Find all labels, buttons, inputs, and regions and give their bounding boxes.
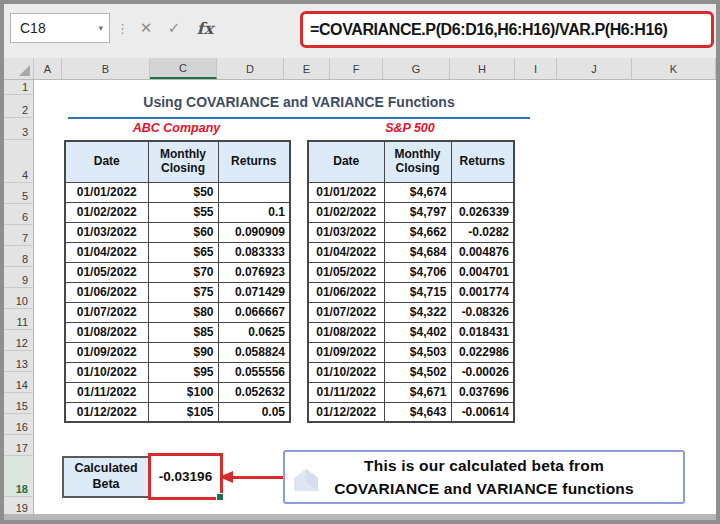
column-header-date[interactable]: Date [308,141,384,182]
cell[interactable]: 0.004701 [451,262,514,282]
formula-input[interactable]: =COVARIANCE.P(D6:D16,H6:H16)/VAR.P(H6:H1… [300,11,714,48]
cell[interactable]: $50 [148,182,218,202]
select-all-corner[interactable] [4,58,34,79]
column-header-monthly-closing[interactable]: Monthly Closing [148,141,218,182]
cell[interactable]: $4,706 [384,262,451,282]
cell[interactable] [218,182,290,202]
cell[interactable]: 01/06/2022 [308,282,384,302]
cell[interactable]: $4,643 [384,402,451,422]
cell[interactable]: $60 [148,222,218,242]
row-header[interactable]: 17 [4,435,33,456]
cell[interactable]: 0.066667 [218,302,290,322]
row-header[interactable]: 9 [4,267,33,288]
cell[interactable]: 0.001774 [451,282,514,302]
column-header[interactable]: J [557,58,632,79]
sheet-title[interactable]: Using COVARIANCE and VARIANCE Functions [68,94,530,119]
bottom-scrollbar[interactable] [4,514,716,520]
cell[interactable]: $4,402 [384,322,451,342]
cell[interactable]: 01/07/2022 [65,302,148,322]
cell[interactable]: 01/11/2022 [308,382,384,402]
cell[interactable]: $65 [148,242,218,262]
calculated-beta-cell[interactable]: -0.03196 [148,453,223,500]
cell[interactable]: $70 [148,262,218,282]
column-header[interactable]: K [632,58,716,79]
cell[interactable] [451,182,514,202]
column-header[interactable]: I [515,58,557,79]
column-header[interactable]: D [217,58,284,79]
cell[interactable]: 01/01/2022 [308,182,384,202]
cell[interactable]: 0.055556 [218,362,290,382]
cell[interactable]: 0.004876 [451,242,514,262]
row-header[interactable]: 4 [4,140,33,183]
cell[interactable]: 01/04/2022 [308,242,384,262]
cell[interactable]: $85 [148,322,218,342]
cell[interactable]: 01/07/2022 [308,302,384,322]
cell[interactable]: 0.0625 [218,322,290,342]
column-header-returns[interactable]: Returns [451,141,514,182]
cell[interactable]: 0.022986 [451,342,514,362]
cell[interactable]: $80 [148,302,218,322]
cell[interactable]: 01/09/2022 [65,342,148,362]
cell[interactable]: $95 [148,362,218,382]
column-header[interactable]: H [450,58,515,79]
cell[interactable]: 01/04/2022 [65,242,148,262]
cell[interactable]: 0.071429 [218,282,290,302]
callout-box[interactable]: This is our calculated beta from COVARIA… [283,450,685,504]
cell[interactable]: 01/03/2022 [65,222,148,242]
cell[interactable]: 01/01/2022 [65,182,148,202]
cell[interactable]: $105 [148,402,218,422]
column-header-returns[interactable]: Returns [218,141,290,182]
row-header[interactable]: 7 [4,225,33,246]
column-header[interactable]: G [383,58,450,79]
cell[interactable]: $75 [148,282,218,302]
cell[interactable]: 01/03/2022 [308,222,384,242]
cell[interactable]: 01/06/2022 [65,282,148,302]
cell[interactable]: 0.05 [218,402,290,422]
cell[interactable]: $4,503 [384,342,451,362]
row-header[interactable]: 14 [4,372,33,393]
cell[interactable]: 01/09/2022 [308,342,384,362]
column-header[interactable]: C [150,58,217,79]
column-header[interactable]: F [330,58,383,79]
row-header[interactable]: 11 [4,309,33,330]
cell[interactable]: $4,502 [384,362,451,382]
cell[interactable]: 0.026339 [451,202,514,222]
cell[interactable]: $90 [148,342,218,362]
cell[interactable]: -0.08326 [451,302,514,322]
cell[interactable]: 01/05/2022 [65,262,148,282]
cell[interactable]: 01/10/2022 [308,362,384,382]
name-box[interactable]: C18 ▾ [10,13,110,43]
cell[interactable]: $4,797 [384,202,451,222]
fill-handle[interactable] [216,493,224,501]
cell[interactable]: -0.0282 [451,222,514,242]
cell[interactable]: 0.037696 [451,382,514,402]
cell[interactable]: $4,715 [384,282,451,302]
cell[interactable]: 01/02/2022 [308,202,384,222]
column-header[interactable]: E [284,58,330,79]
fx-icon[interactable]: fx [192,13,218,43]
cell[interactable]: 0.058824 [218,342,290,362]
cell[interactable]: -0.00026 [451,362,514,382]
row-header[interactable]: 6 [4,204,33,225]
cell[interactable]: 0.090909 [218,222,290,242]
cell[interactable]: $4,674 [384,182,451,202]
cell[interactable]: $100 [148,382,218,402]
cell[interactable]: $4,671 [384,382,451,402]
cell[interactable]: 01/11/2022 [65,382,148,402]
row-header[interactable]: 1 [4,80,33,95]
column-header-date[interactable]: Date [65,141,148,182]
enter-icon[interactable]: ✓ [162,13,186,43]
cell[interactable]: $4,662 [384,222,451,242]
cell[interactable]: 01/08/2022 [65,322,148,342]
cell[interactable]: 01/10/2022 [65,362,148,382]
row-header[interactable]: 18 [4,456,33,497]
cell[interactable]: 0.018431 [451,322,514,342]
row-header[interactable]: 12 [4,330,33,351]
cell[interactable]: 01/12/2022 [308,402,384,422]
row-header[interactable]: 5 [4,183,33,204]
cell[interactable]: 0.083333 [218,242,290,262]
name-box-dropdown-icon[interactable]: ▾ [98,23,109,33]
cancel-icon[interactable]: ✕ [134,13,158,43]
cell[interactable]: 01/02/2022 [65,202,148,222]
cell[interactable]: 0.076923 [218,262,290,282]
